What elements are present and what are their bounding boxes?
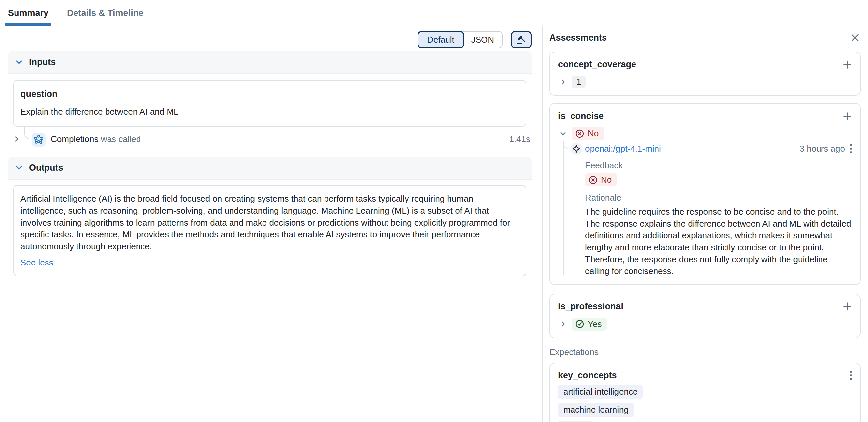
- span-suffix: was called: [101, 134, 141, 144]
- chevron-down-icon: [15, 58, 23, 66]
- sparkle-icon: [570, 143, 582, 154]
- trace-content-panel: Default JSON Inputs: [0, 26, 542, 422]
- key-concepts-title-row: key_concepts: [558, 370, 852, 381]
- key-concept-tag: artificial intelligence: [558, 385, 643, 399]
- assessment-source-row: openai:/gpt-4.1-mini 3 hours ago: [585, 141, 852, 156]
- inputs-section: Inputs question Explain the difference b…: [8, 51, 532, 127]
- assessments-title: Assessments: [550, 33, 607, 43]
- assessment-name: is_concise: [558, 111, 603, 121]
- question-field-value: Explain the difference between AI and ML: [21, 107, 519, 117]
- tab-summary[interactable]: Summary: [8, 0, 49, 26]
- rationale-text: The guideline requires the response to b…: [585, 206, 852, 277]
- outputs-section-title: Outputs: [29, 163, 63, 173]
- is-concise-value-row: No: [558, 127, 852, 140]
- question-field-card: question Explain the difference between …: [13, 80, 526, 127]
- trace-summary-page: Summary Details & Timeline Default JSON: [0, 0, 868, 422]
- key-concept-tag: subset: [558, 421, 594, 422]
- outputs-section-header[interactable]: Outputs: [8, 157, 532, 180]
- assessment-name: concept_coverage: [558, 59, 636, 70]
- view-toggle-default[interactable]: Default: [417, 31, 464, 48]
- assessments-panel: Assessments concept_coverage: [542, 26, 868, 422]
- close-panel-button[interactable]: [849, 32, 861, 43]
- plus-icon: [842, 302, 852, 311]
- inputs-section-header[interactable]: Inputs: [8, 51, 532, 74]
- is-professional-title-row: is_professional: [558, 302, 852, 312]
- expectation-card-key-concepts: key_concepts artificial intelligence mac…: [550, 363, 861, 422]
- plus-icon: [842, 60, 852, 70]
- model-network-icon: [32, 133, 45, 147]
- close-icon: [850, 33, 860, 43]
- tree-thread-line: [563, 141, 564, 275]
- chevron-down-icon[interactable]: [559, 130, 566, 137]
- kebab-icon: [849, 370, 852, 381]
- completions-span-label: Completions was called: [51, 134, 141, 144]
- feedback-value-badge: No: [585, 173, 617, 186]
- circle-x-icon: [575, 129, 584, 138]
- circle-check-icon: [575, 319, 584, 329]
- chevron-right-icon[interactable]: [559, 320, 566, 328]
- expectations-label: Expectations: [550, 347, 861, 357]
- outputs-section: Outputs Artificial Intelligence (AI) is …: [8, 157, 532, 276]
- kebab-icon: [849, 144, 852, 153]
- add-assessment-button[interactable]: [842, 302, 852, 311]
- question-field-label: question: [21, 89, 519, 100]
- is-concise-title-row: is_concise: [558, 111, 852, 121]
- span-name: Completions: [51, 134, 99, 144]
- gavel-icon: [517, 35, 526, 45]
- feedback-label: Feedback: [585, 161, 852, 171]
- assessment-value-text: No: [588, 129, 598, 139]
- assessment-value-badge: No: [572, 127, 604, 140]
- add-assessment-button[interactable]: [842, 60, 852, 70]
- span-duration: 1.41s: [509, 134, 530, 144]
- assessment-menu-button[interactable]: [849, 144, 852, 153]
- chevron-right-icon[interactable]: [559, 78, 566, 86]
- expectation-name: key_concepts: [558, 370, 617, 381]
- assessment-value-badge: 1: [572, 76, 586, 88]
- expectation-menu-button[interactable]: [849, 370, 852, 381]
- plus-icon: [842, 111, 852, 121]
- chevron-down-icon: [15, 164, 23, 172]
- tab-details-timeline[interactable]: Details & Timeline: [67, 0, 144, 26]
- view-toolbar: Default JSON: [417, 31, 532, 48]
- inputs-section-title: Inputs: [29, 57, 56, 67]
- assessment-card-is-professional: is_professional Yes: [550, 293, 861, 338]
- tab-bar: Summary Details & Timeline: [0, 0, 868, 26]
- chevron-right-icon[interactable]: [13, 135, 21, 143]
- add-assessment-button[interactable]: [842, 111, 852, 121]
- assessments-panel-header: Assessments: [550, 32, 861, 44]
- is-professional-value-row: Yes: [558, 318, 852, 331]
- concept-coverage-value-row: 1: [558, 76, 852, 88]
- output-text-card: Artificial Intelligence (AI) is the broa…: [13, 185, 526, 276]
- see-less-link[interactable]: See less: [21, 258, 54, 268]
- assessment-card-concept-coverage: concept_coverage 1: [550, 52, 861, 96]
- assessment-value-text: Yes: [588, 319, 601, 329]
- view-mode-toggle: Default JSON: [417, 31, 503, 48]
- assessment-card-is-concise: is_concise No: [550, 103, 861, 285]
- assessment-name: is_professional: [558, 302, 623, 312]
- assessment-timestamp: 3 hours ago: [800, 144, 845, 154]
- assessment-source-link[interactable]: openai:/gpt-4.1-mini: [585, 144, 800, 154]
- assessment-value-badge: Yes: [572, 318, 607, 331]
- circle-x-icon: [588, 175, 597, 185]
- rationale-label: Rationale: [585, 193, 852, 203]
- feedback-value-text: No: [601, 175, 612, 185]
- assessment-gavel-button[interactable]: [511, 31, 532, 48]
- concept-coverage-title-row: concept_coverage: [558, 59, 852, 70]
- is-concise-detail: openai:/gpt-4.1-mini 3 hours ago Feedbac…: [558, 141, 852, 277]
- view-toggle-json[interactable]: JSON: [461, 31, 503, 48]
- output-text: Artificial Intelligence (AI) is the broa…: [21, 193, 519, 252]
- key-concept-tag: machine learning: [558, 403, 634, 417]
- completions-span-row[interactable]: Completions was called 1.41s: [8, 131, 532, 148]
